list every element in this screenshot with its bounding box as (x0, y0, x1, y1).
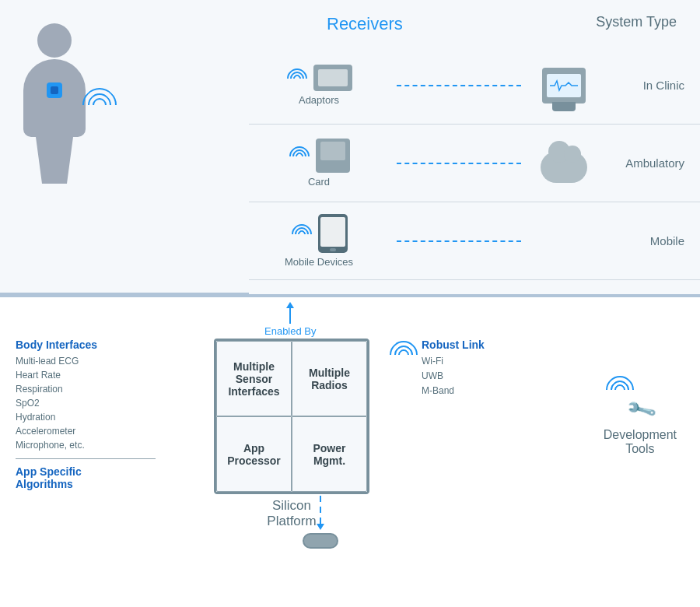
app-specific-algorithms-title: App SpecificAlgorithms (16, 465, 202, 490)
card-label: Card (308, 176, 330, 188)
dev-tools-icon: 🔧 (604, 374, 658, 428)
silicon-cell-sensor: MultipleSensorInterfaces (216, 341, 292, 416)
monitor-icon (542, 68, 586, 104)
adaptor-label: Adaptors (299, 94, 339, 106)
dev-tools-label: DevelopmentTools (604, 428, 677, 456)
receiver-row-card: Card Ambulatory (249, 125, 700, 202)
receiver-icon-card: Card (249, 125, 389, 202)
robust-link-text: Robust Link Wi-Fi UWB M-Band (422, 339, 485, 399)
cloud-icon (541, 152, 587, 183)
monitor-stand (552, 102, 576, 111)
system-label-inclinic: In Clinic (599, 79, 700, 92)
receivers-title: Receivers (327, 14, 403, 34)
receiver-icon-mobile: Mobile Devices (249, 202, 389, 279)
silicon-cell-radios: MultipleRadios (292, 341, 367, 416)
bi-item-spo2: SpO2 (16, 396, 202, 410)
dotted-down-connector (303, 496, 338, 549)
dotted-line-mobile (397, 240, 521, 242)
dev-tools-panel: 🔧 DevelopmentTools (604, 374, 677, 456)
dotted-line-card (397, 163, 521, 164)
person-head (37, 23, 72, 58)
receiver-wifi-card (288, 146, 311, 166)
system-type-title: System Type (596, 14, 677, 30)
adaptor-device-icon (313, 65, 352, 91)
bi-item-mic: Microphone, etc. (16, 438, 202, 452)
person-figure (23, 23, 86, 184)
person-sensor (47, 82, 62, 98)
person-legs (23, 137, 86, 184)
main-divider (0, 296, 700, 297)
top-section: Receivers System Type Adaptors (0, 0, 700, 296)
silicon-cell-app: AppProcessor (216, 416, 292, 492)
receiver-row-mobile: Mobile Devices Mobile (249, 202, 700, 280)
silicon-cell-power: PowerMgmt. (292, 416, 367, 492)
bottom-section: Enabled By Body Interfaces Multi-lead EC… (0, 296, 700, 607)
robust-link-wifi-area: Robust Link Wi-Fi UWB M-Band (387, 339, 485, 399)
bi-item-accel: Accelerometer (16, 424, 202, 438)
silicon-platform-label: SiliconPlatform (214, 498, 369, 529)
ecg-line (550, 79, 578, 92)
up-arrow-line (289, 308, 291, 324)
bi-item-resp: Respiration (16, 382, 202, 396)
dotted-line-adaptors (397, 85, 521, 86)
system-label-mobile: Mobile (599, 234, 700, 247)
rl-mband: M-Band (422, 384, 485, 398)
monitor-screen (547, 74, 581, 97)
bi-item-hydration: Hydration (16, 410, 202, 424)
person-body (23, 59, 86, 137)
dot3 (320, 518, 321, 524)
bi-item-hr: Heart Rate (16, 368, 202, 382)
receiver-wifi-mobile (290, 224, 313, 244)
dot2 (320, 507, 321, 513)
up-arrow-head (286, 302, 294, 308)
bi-item-ecg: Multi-lead ECG (16, 354, 202, 368)
top-divider-left (0, 293, 249, 294)
system-label-ambulatory: Ambulatory (599, 156, 700, 170)
tablet-device-icon (318, 214, 348, 253)
dot1 (320, 496, 321, 502)
body-interfaces-panel: Body Interfaces Multi-lead ECG Heart Rat… (16, 339, 202, 490)
card-device-icon (316, 139, 350, 173)
robust-link-wifi-icon (387, 339, 415, 367)
body-interfaces-divider (16, 458, 156, 459)
body-interfaces-title: Body Interfaces (16, 339, 202, 351)
silicon-platform-box: MultipleSensorInterfaces MultipleRadios … (214, 339, 369, 494)
enabled-by-label: Enabled By (264, 325, 317, 337)
rl-uwb: UWB (422, 369, 485, 384)
robust-link-title: Robust Link (422, 339, 485, 351)
coin-cell-icon (303, 533, 338, 549)
receiver-wifi-adaptors (285, 68, 309, 88)
receiver-row-adaptors: Adaptors In Clinic (249, 47, 700, 125)
mobile-label: Mobile Devices (285, 256, 353, 268)
receiver-icon-adaptors: Adaptors (249, 47, 389, 124)
rl-wifi: Wi-Fi (422, 354, 485, 369)
down-dot-arrow (317, 524, 324, 530)
